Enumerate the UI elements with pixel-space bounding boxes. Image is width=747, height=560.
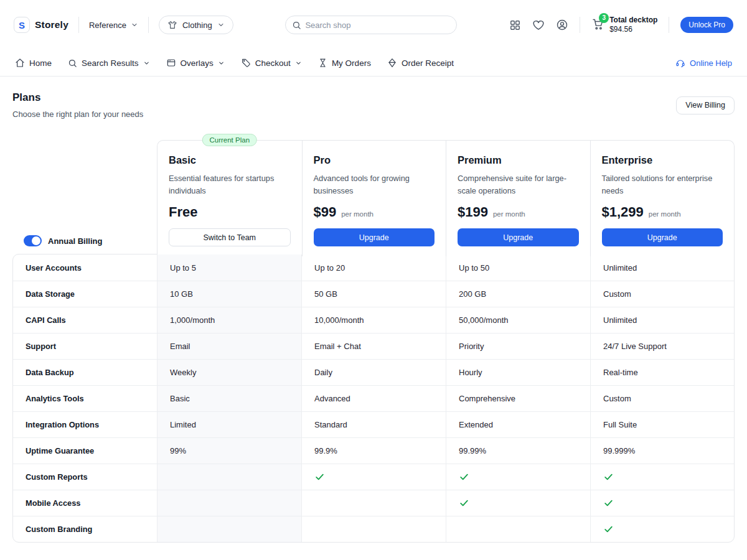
- feature-value-premium: Extended: [446, 412, 590, 437]
- feature-value-enterprise: Real-time: [590, 360, 734, 385]
- feature-row-analytics-tools: Analytics ToolsBasicAdvancedComprehensiv…: [13, 385, 734, 411]
- brand-logo[interactable]: S Storely: [14, 17, 68, 33]
- feature-value-premium: Hourly: [446, 360, 590, 385]
- cart-button[interactable]: 3 Total decktop $94.56: [591, 16, 657, 34]
- feature-row-data-backup: Data BackupWeeklyDailyHourlyReal-time: [13, 359, 734, 385]
- feature-value-basic: [157, 490, 301, 516]
- nav-item-checkout[interactable]: Checkout: [241, 58, 302, 68]
- unlock-pro-button[interactable]: Unlock Pro: [680, 17, 733, 33]
- feature-value-pro: 10,000/month: [301, 307, 446, 333]
- online-help-link[interactable]: Online Help: [675, 58, 732, 68]
- plan-cards: Current PlanBasicEssential features for …: [157, 140, 735, 256]
- nav-item-label: Order Receipt: [402, 58, 454, 68]
- feature-value-pro: [301, 490, 446, 516]
- reference-menu-label: Reference: [89, 21, 126, 30]
- annual-billing-toggle[interactable]: [24, 235, 42, 246]
- receipt-icon: [387, 58, 397, 68]
- category-select[interactable]: Clothing: [159, 16, 233, 34]
- user-icon: [556, 19, 568, 31]
- feature-row-data-storage: Data Storage10 GB50 GB200 GBCustom: [13, 281, 734, 307]
- search-input[interactable]: [305, 21, 450, 30]
- chevron-down-icon: [217, 21, 225, 29]
- cart-count-badge: 3: [599, 13, 609, 23]
- upgrade-button[interactable]: Upgrade: [602, 228, 723, 246]
- feature-label: Support: [13, 334, 157, 359]
- nav-item-label: Search Results: [82, 58, 139, 68]
- nav-item-overlays[interactable]: Overlays: [166, 58, 225, 68]
- tag-icon: [241, 58, 251, 68]
- overlays-icon: [166, 58, 176, 68]
- heart-icon: [532, 19, 545, 31]
- nav-item-my-orders[interactable]: My Orders: [318, 58, 371, 68]
- feature-value-basic: Basic: [157, 386, 301, 411]
- plan-name: Basic: [169, 154, 291, 166]
- check-icon: [459, 498, 469, 508]
- feature-value-pro: Email + Chat: [301, 334, 446, 359]
- plan-card-pro: ProAdvanced tools for growing businesses…: [302, 141, 446, 256]
- nav-item-search-results[interactable]: Search Results: [68, 58, 150, 68]
- online-help-label: Online Help: [690, 58, 732, 68]
- feature-value-basic: [157, 516, 301, 542]
- feature-value-enterprise: Custom: [590, 281, 734, 307]
- toggle-knob: [32, 236, 40, 245]
- switch-to-team-button[interactable]: Switch to Team: [169, 228, 291, 246]
- category-select-label: Clothing: [182, 21, 212, 30]
- nav-item-label: Checkout: [255, 58, 291, 68]
- top-bar: S Storely Reference Clothing: [0, 0, 747, 50]
- feature-value-premium: [446, 464, 590, 490]
- wishlist-button[interactable]: [532, 19, 545, 31]
- search-box: [285, 16, 457, 34]
- search-icon: [68, 58, 77, 68]
- home-icon: [15, 58, 25, 68]
- nav-item-order-receipt[interactable]: Order Receipt: [387, 58, 454, 68]
- view-billing-button[interactable]: View Billing: [676, 96, 735, 114]
- feature-row-uptime-guarantee: Uptime Guarantee99%99.9%99.99%99.999%: [13, 437, 734, 464]
- feature-value-enterprise: 99.999%: [590, 438, 734, 464]
- feature-value-basic: Email: [157, 334, 301, 359]
- feature-value-pro: Standard: [301, 412, 446, 437]
- feature-label: Data Storage: [13, 281, 157, 307]
- divider: [78, 17, 79, 33]
- feature-table: User AccountsUp to 5Up to 20Up to 50Unli…: [12, 254, 735, 543]
- chevron-down-icon: [131, 21, 138, 29]
- reference-menu[interactable]: Reference: [89, 21, 138, 30]
- feature-value-basic: Weekly: [157, 360, 301, 385]
- apps-grid-button[interactable]: [509, 19, 521, 31]
- page-subtitle: Choose the right plan for your needs: [12, 110, 143, 119]
- feature-row-support: SupportEmailEmail + ChatPriority24/7 Liv…: [13, 333, 734, 359]
- plan-period: per month: [649, 210, 681, 218]
- upgrade-button[interactable]: Upgrade: [458, 228, 579, 246]
- nav-item-home[interactable]: Home: [15, 58, 52, 68]
- feature-label: Custom Branding: [13, 516, 157, 542]
- feature-value-pro: Advanced: [301, 386, 446, 411]
- plan-period: per month: [341, 210, 374, 218]
- chevron-down-icon: [295, 60, 302, 67]
- headset-icon: [675, 58, 685, 68]
- feature-value-basic: [157, 464, 301, 490]
- nav-item-label: Overlays: [181, 58, 214, 68]
- plan-name: Premium: [458, 154, 579, 166]
- search-icon: [292, 21, 301, 30]
- feature-row-mobile-access: Mobile Access: [13, 490, 734, 516]
- feature-value-basic: 99%: [157, 438, 301, 464]
- tshirt-icon: [167, 20, 177, 30]
- plan-period: per month: [493, 210, 525, 218]
- feature-row-capi-calls: CAPI Calls1,000/month10,000/month50,000/…: [13, 307, 734, 333]
- annual-billing-label: Annual Billing: [48, 236, 102, 246]
- feature-value-enterprise: Full Suite: [590, 412, 734, 437]
- feature-value-premium: 99.99%: [446, 438, 590, 464]
- feature-value-premium: [446, 490, 590, 516]
- chevron-down-icon: [143, 60, 150, 67]
- check-icon: [314, 472, 325, 482]
- plan-card-basic: Current PlanBasicEssential features for …: [157, 141, 302, 256]
- feature-value-premium: Up to 50: [446, 254, 590, 281]
- cart-total-label: Total decktop: [609, 16, 657, 25]
- feature-label: User Accounts: [13, 254, 157, 281]
- check-icon: [603, 472, 614, 482]
- nav-item-label: Home: [29, 58, 52, 68]
- plan-description: Tailored solutions for enterprise needs: [602, 172, 723, 197]
- plan-price: $99: [314, 204, 337, 220]
- account-button[interactable]: [556, 19, 568, 31]
- feature-label: CAPI Calls: [13, 307, 157, 333]
- upgrade-button[interactable]: Upgrade: [314, 228, 435, 246]
